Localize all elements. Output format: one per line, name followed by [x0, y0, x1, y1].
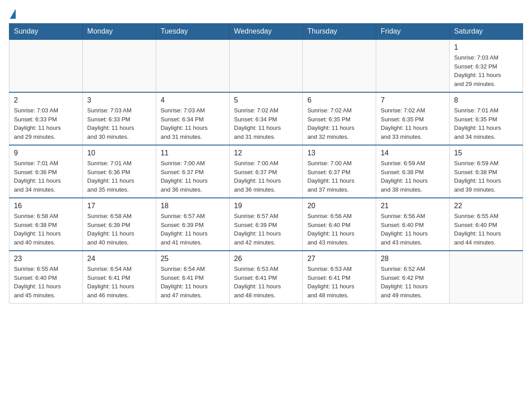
calendar-cell: 23Sunrise: 6:55 AM Sunset: 6:40 PM Dayli… — [9, 251, 83, 304]
calendar-cell: 21Sunrise: 6:56 AM Sunset: 6:40 PM Dayli… — [376, 198, 450, 251]
calendar-cell — [450, 251, 523, 304]
day-info: Sunrise: 7:02 AM Sunset: 6:35 PM Dayligh… — [381, 106, 445, 141]
weekday-header-monday: Monday — [82, 24, 156, 40]
day-info: Sunrise: 6:52 AM Sunset: 6:42 PM Dayligh… — [381, 265, 445, 300]
logo-arrow-icon — [10, 9, 16, 19]
day-number: 27 — [307, 255, 371, 263]
day-info: Sunrise: 6:57 AM Sunset: 6:39 PM Dayligh… — [161, 212, 225, 247]
day-info: Sunrise: 6:58 AM Sunset: 6:39 PM Dayligh… — [87, 212, 151, 247]
day-number: 11 — [161, 149, 225, 157]
day-number: 23 — [14, 255, 78, 263]
day-number: 19 — [234, 202, 298, 210]
calendar-cell: 16Sunrise: 6:58 AM Sunset: 6:38 PM Dayli… — [9, 198, 83, 251]
day-info: Sunrise: 7:00 AM Sunset: 6:37 PM Dayligh… — [161, 159, 225, 194]
day-number: 15 — [454, 149, 518, 157]
calendar-cell: 14Sunrise: 6:59 AM Sunset: 6:38 PM Dayli… — [376, 145, 450, 198]
day-info: Sunrise: 6:54 AM Sunset: 6:41 PM Dayligh… — [87, 265, 151, 300]
day-number: 26 — [234, 255, 298, 263]
calendar-cell: 11Sunrise: 7:00 AM Sunset: 6:37 PM Dayli… — [156, 145, 229, 198]
day-number: 1 — [454, 43, 518, 51]
day-number: 14 — [381, 149, 445, 157]
day-number: 25 — [161, 255, 225, 263]
weekday-header-wednesday: Wednesday — [229, 24, 303, 40]
calendar-cell: 6Sunrise: 7:02 AM Sunset: 6:35 PM Daylig… — [303, 92, 376, 145]
weekday-header-row: SundayMondayTuesdayWednesdayThursdayFrid… — [9, 24, 523, 40]
calendar-cell: 17Sunrise: 6:58 AM Sunset: 6:39 PM Dayli… — [82, 198, 156, 251]
calendar-cell: 1Sunrise: 7:03 AM Sunset: 6:32 PM Daylig… — [450, 39, 523, 92]
day-info: Sunrise: 7:01 AM Sunset: 6:36 PM Dayligh… — [14, 159, 78, 194]
day-number: 21 — [381, 202, 445, 210]
day-number: 5 — [234, 96, 298, 104]
calendar-table: SundayMondayTuesdayWednesdayThursdayFrid… — [9, 23, 523, 304]
day-info: Sunrise: 7:02 AM Sunset: 6:35 PM Dayligh… — [307, 106, 371, 141]
day-number: 24 — [87, 255, 151, 263]
weekday-header-friday: Friday — [376, 24, 450, 40]
day-number: 10 — [87, 149, 151, 157]
calendar-cell: 12Sunrise: 7:00 AM Sunset: 6:37 PM Dayli… — [229, 145, 303, 198]
day-info: Sunrise: 6:56 AM Sunset: 6:40 PM Dayligh… — [381, 212, 445, 247]
week-row-5: 23Sunrise: 6:55 AM Sunset: 6:40 PM Dayli… — [9, 251, 523, 304]
calendar-cell: 20Sunrise: 6:56 AM Sunset: 6:40 PM Dayli… — [303, 198, 376, 251]
calendar-cell: 25Sunrise: 6:54 AM Sunset: 6:41 PM Dayli… — [156, 251, 229, 304]
day-info: Sunrise: 7:03 AM Sunset: 6:32 PM Dayligh… — [454, 53, 518, 88]
calendar-cell — [303, 39, 376, 92]
calendar-cell: 22Sunrise: 6:55 AM Sunset: 6:40 PM Dayli… — [450, 198, 523, 251]
day-info: Sunrise: 7:03 AM Sunset: 6:33 PM Dayligh… — [87, 106, 151, 141]
day-info: Sunrise: 7:03 AM Sunset: 6:33 PM Dayligh… — [14, 106, 78, 141]
calendar-cell: 10Sunrise: 7:01 AM Sunset: 6:36 PM Dayli… — [82, 145, 156, 198]
day-number: 7 — [381, 96, 445, 104]
calendar-cell — [376, 39, 450, 92]
day-info: Sunrise: 7:03 AM Sunset: 6:34 PM Dayligh… — [161, 106, 225, 141]
calendar-cell: 4Sunrise: 7:03 AM Sunset: 6:34 PM Daylig… — [156, 92, 229, 145]
day-number: 12 — [234, 149, 298, 157]
calendar-cell: 5Sunrise: 7:02 AM Sunset: 6:34 PM Daylig… — [229, 92, 303, 145]
day-number: 18 — [161, 202, 225, 210]
calendar-cell: 18Sunrise: 6:57 AM Sunset: 6:39 PM Dayli… — [156, 198, 229, 251]
day-info: Sunrise: 6:55 AM Sunset: 6:40 PM Dayligh… — [14, 265, 78, 300]
calendar-cell: 3Sunrise: 7:03 AM Sunset: 6:33 PM Daylig… — [82, 92, 156, 145]
day-number: 6 — [307, 96, 371, 104]
day-info: Sunrise: 7:00 AM Sunset: 6:37 PM Dayligh… — [234, 159, 298, 194]
day-info: Sunrise: 7:02 AM Sunset: 6:34 PM Dayligh… — [234, 106, 298, 141]
calendar-cell: 13Sunrise: 7:00 AM Sunset: 6:37 PM Dayli… — [303, 145, 376, 198]
day-info: Sunrise: 6:58 AM Sunset: 6:38 PM Dayligh… — [14, 212, 78, 247]
day-number: 28 — [381, 255, 445, 263]
calendar-cell: 24Sunrise: 6:54 AM Sunset: 6:41 PM Dayli… — [82, 251, 156, 304]
day-info: Sunrise: 6:57 AM Sunset: 6:39 PM Dayligh… — [234, 212, 298, 247]
day-number: 16 — [14, 202, 78, 210]
weekday-header-sunday: Sunday — [9, 24, 83, 40]
day-info: Sunrise: 6:53 AM Sunset: 6:41 PM Dayligh… — [234, 265, 298, 300]
calendar-cell — [9, 39, 83, 92]
weekday-header-saturday: Saturday — [450, 24, 523, 40]
day-info: Sunrise: 6:56 AM Sunset: 6:40 PM Dayligh… — [307, 212, 371, 247]
day-info: Sunrise: 6:53 AM Sunset: 6:41 PM Dayligh… — [307, 265, 371, 300]
day-number: 2 — [14, 96, 78, 104]
calendar-cell — [82, 39, 156, 92]
weekday-header-tuesday: Tuesday — [156, 24, 229, 40]
day-info: Sunrise: 6:59 AM Sunset: 6:38 PM Dayligh… — [454, 159, 518, 194]
day-info: Sunrise: 7:01 AM Sunset: 6:36 PM Dayligh… — [87, 159, 151, 194]
week-row-1: 1Sunrise: 7:03 AM Sunset: 6:32 PM Daylig… — [9, 39, 523, 92]
day-number: 8 — [454, 96, 518, 104]
calendar-cell: 26Sunrise: 6:53 AM Sunset: 6:41 PM Dayli… — [229, 251, 303, 304]
week-row-3: 9Sunrise: 7:01 AM Sunset: 6:36 PM Daylig… — [9, 145, 523, 198]
day-number: 3 — [87, 96, 151, 104]
calendar-cell: 8Sunrise: 7:01 AM Sunset: 6:35 PM Daylig… — [450, 92, 523, 145]
day-info: Sunrise: 6:59 AM Sunset: 6:38 PM Dayligh… — [381, 159, 445, 194]
day-info: Sunrise: 7:01 AM Sunset: 6:35 PM Dayligh… — [454, 106, 518, 141]
calendar-cell — [156, 39, 229, 92]
day-info: Sunrise: 7:00 AM Sunset: 6:37 PM Dayligh… — [307, 159, 371, 194]
calendar-cell: 15Sunrise: 6:59 AM Sunset: 6:38 PM Dayli… — [450, 145, 523, 198]
day-number: 9 — [14, 149, 78, 157]
weekday-header-thursday: Thursday — [303, 24, 376, 40]
page-header — [9, 9, 523, 19]
calendar-cell — [229, 39, 303, 92]
day-info: Sunrise: 6:54 AM Sunset: 6:41 PM Dayligh… — [161, 265, 225, 300]
calendar-cell: 9Sunrise: 7:01 AM Sunset: 6:36 PM Daylig… — [9, 145, 83, 198]
calendar-cell: 7Sunrise: 7:02 AM Sunset: 6:35 PM Daylig… — [376, 92, 450, 145]
week-row-2: 2Sunrise: 7:03 AM Sunset: 6:33 PM Daylig… — [9, 92, 523, 145]
day-number: 20 — [307, 202, 371, 210]
calendar-cell: 27Sunrise: 6:53 AM Sunset: 6:41 PM Dayli… — [303, 251, 376, 304]
calendar-cell: 19Sunrise: 6:57 AM Sunset: 6:39 PM Dayli… — [229, 198, 303, 251]
day-number: 22 — [454, 202, 518, 210]
